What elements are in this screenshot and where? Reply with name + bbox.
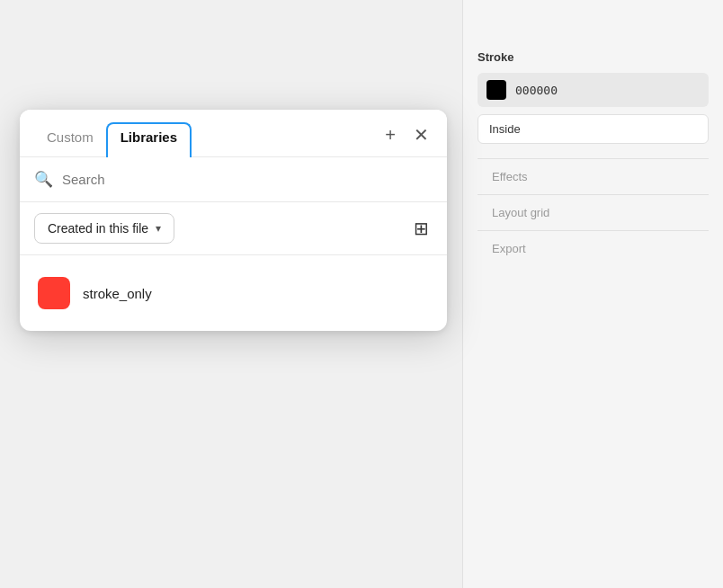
chevron-down-icon: ▾ [156, 222, 161, 235]
add-button[interactable]: + [381, 124, 399, 146]
item-color-swatch [38, 277, 70, 309]
filter-row: Created in this file ▾ ⊞ [20, 202, 447, 255]
search-input[interactable] [62, 172, 433, 187]
search-icon: 🔍 [34, 170, 53, 189]
stroke-title: Stroke [478, 50, 709, 64]
tab-actions: + ✕ [381, 124, 433, 155]
close-button[interactable]: ✕ [410, 124, 433, 146]
effects-label: Effects [478, 170, 709, 194]
stroke-color-value: 000000 [515, 84, 558, 97]
tab-custom[interactable]: Custom [34, 124, 106, 156]
stroke-color-swatch [486, 80, 506, 100]
layout-grid-label: Layout grid [478, 206, 709, 230]
stroke-section: Stroke 000000 Inside Effects Layout grid… [463, 36, 723, 266]
tab-libraries[interactable]: Libraries [106, 122, 192, 157]
search-row: 🔍 [20, 157, 447, 202]
stroke-position-row[interactable]: Inside [478, 114, 709, 144]
libraries-popup: Custom Libraries + ✕ 🔍 Created in this f… [20, 110, 447, 331]
list-item[interactable]: stroke_only [34, 270, 433, 316]
item-name: stroke_only [83, 286, 152, 301]
divider-export [478, 230, 709, 231]
tabs-row: Custom Libraries + ✕ [20, 110, 447, 157]
grid-view-button[interactable]: ⊞ [410, 214, 433, 243]
filter-dropdown-label: Created in this file [48, 221, 148, 236]
right-panel: Stroke 000000 Inside Effects Layout grid… [462, 0, 723, 588]
stroke-color-row[interactable]: 000000 [478, 73, 709, 107]
stroke-position-label: Inside [489, 122, 521, 136]
export-label: Export [478, 242, 709, 266]
top-bar [463, 18, 723, 36]
divider-effects [478, 158, 709, 159]
filter-dropdown[interactable]: Created in this file ▾ [34, 213, 174, 244]
items-list: stroke_only [20, 255, 447, 331]
divider-layout [478, 194, 709, 195]
